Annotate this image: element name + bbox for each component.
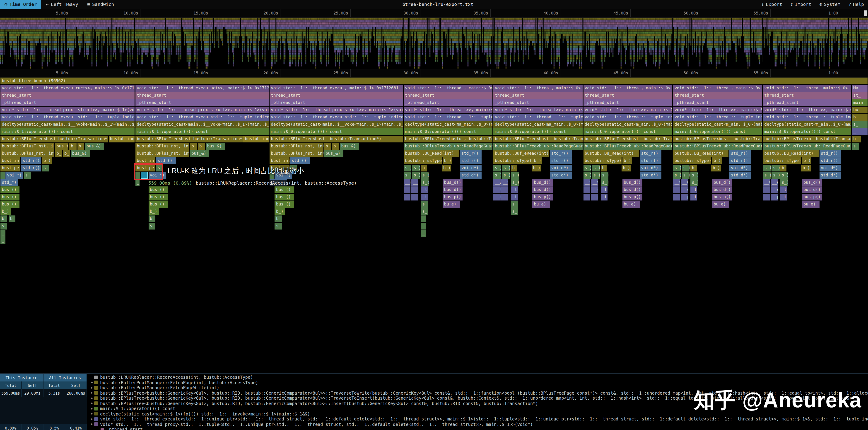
flame-frame[interactable]: void std::__1::__thread_execu_std::__1::…	[135, 114, 269, 121]
flame-frame[interactable]: _	[852, 128, 868, 135]
flame-frame[interactable]: s_)	[780, 179, 788, 186]
flame-frame[interactable]: void std::__1::__threa_, main::$_0>	[673, 85, 762, 92]
flame-frame[interactable]: b_	[77, 143, 84, 150]
flame-frame[interactable]: void std::__1::__threa_::__tuple_indices…	[763, 114, 851, 121]
flame-frame[interactable]: __t	[583, 194, 590, 200]
flame-frame[interactable]: bu_e)	[802, 201, 819, 208]
flame-frame[interactable]: std_r()	[21, 157, 41, 164]
flame-frame[interactable]: __w	[411, 179, 418, 186]
flame-frame[interactable]: b_	[148, 216, 155, 222]
flame-frame[interactable]: void std::__1::__thread_execu_ruct>>, ma…	[0, 85, 134, 92]
flame-frame[interactable]: bustub_ion*)	[108, 136, 134, 142]
flame-frame[interactable]: __w	[673, 179, 680, 186]
flame-frame[interactable]: _	[0, 172, 5, 179]
flame-frame[interactable]: bu_e)	[622, 201, 640, 208]
flame-frame[interactable]: void std::__1::__threa_::__tuple_indices…	[673, 114, 762, 121]
flame-frame[interactable]: _t	[511, 194, 518, 200]
flame-frame[interactable]: bus_()	[0, 201, 20, 208]
flame-frame[interactable]: __e	[771, 187, 778, 193]
flame-frame[interactable]: bustub-btree-bench (96962)	[0, 78, 868, 84]
flame-frame[interactable]: decltype(static_cast<ma_main::$_0>(main:…	[404, 121, 493, 128]
flame-frame[interactable]: bus_p()	[712, 194, 732, 200]
flame-frame[interactable]: b_)	[148, 208, 159, 215]
expand-arrow-icon[interactable]: ▶	[90, 391, 94, 395]
flame-frame[interactable]: __p	[771, 194, 778, 200]
flame-frame[interactable]: void std::__1::__thread_execu_uct>>, mai…	[135, 85, 269, 92]
flame-frame[interactable]: bus_d()	[532, 179, 553, 186]
flame-frame[interactable]: bus_&)	[190, 150, 209, 157]
flame-frame[interactable]: bustub::BPlus_nst, int>>>&)	[270, 150, 323, 157]
flame-frame[interactable]: void* std::__1::__thread_prox_struct>>, …	[135, 107, 269, 113]
flame-frame[interactable]: b_)	[712, 157, 722, 164]
flame-frame[interactable]: bustub::BPlusTree<bust_bustub::Transacti…	[135, 136, 243, 142]
export-button[interactable]: ↥ Export	[757, 0, 786, 9]
flame-frame[interactable]: s_)	[511, 172, 519, 179]
flame-frame[interactable]: b_	[332, 143, 339, 150]
flame-frame[interactable]: bus_d()	[712, 187, 732, 193]
flame-frame[interactable]: s_	[275, 223, 282, 230]
system-button[interactable]: ⊛ System	[815, 0, 844, 9]
flame-frame[interactable]: bustub::Bu_Read(int)	[763, 150, 818, 157]
tab-sandwich[interactable]: ≡ Sandwich	[83, 0, 119, 9]
flame-frame[interactable]: bustub::BPlus_nst, int>>>&)	[270, 143, 323, 150]
flame-frame[interactable]: thread_start	[0, 92, 134, 99]
flame-frame[interactable]: s_	[511, 201, 518, 208]
flame-frame[interactable]: _pthread_start	[135, 99, 269, 106]
flame-frame[interactable]: st_	[852, 92, 868, 99]
flame-frame[interactable]: __e	[681, 187, 688, 193]
flame-frame[interactable]: bus_d()	[532, 187, 553, 193]
flame-frame[interactable]: bustub::BPlusTree<bust_bustub::Transacti…	[0, 136, 107, 142]
help-button[interactable]: ? Help	[844, 0, 868, 9]
flame-frame[interactable]: void* std::__1::__thre_>>, main::$_0>(vo…	[673, 107, 762, 113]
flame-frame[interactable]: bus_()	[0, 194, 20, 200]
flame-frame[interactable]: bustub::BPlusTree<bust_ bustub::Transact…	[493, 136, 582, 142]
flame-frame[interactable]: bustub::BPlusTree<b_ bustub::Transaction…	[763, 136, 851, 142]
flame-frame[interactable]: main::$_0::operator()() const	[583, 128, 672, 135]
flame-frame[interactable]: std_r()	[640, 157, 661, 164]
flame-frame[interactable]: void* std::__1::__threa_t>>, main::$_0>(…	[493, 107, 582, 113]
flame-frame[interactable]: _	[421, 230, 426, 237]
flame-frame[interactable]: s_)	[690, 179, 698, 186]
flame-frame[interactable]: _t	[780, 187, 787, 193]
flame-frame[interactable]: b_	[780, 165, 786, 171]
flame-frame[interactable]: voi_d*)	[730, 165, 751, 171]
flame-frame[interactable]: bus_d()	[802, 179, 822, 186]
flame-frame[interactable]: __w	[681, 179, 688, 186]
flame-frame[interactable]: bustub::BPlus_nst, int>>>&)	[135, 150, 189, 157]
flame-frame[interactable]: bus_&)	[85, 143, 104, 150]
flame-frame[interactable]: bus_()	[148, 187, 167, 193]
flame-frame[interactable]: void* std::__1::__thread_prox__struct>>,…	[0, 107, 134, 113]
flame-frame[interactable]: bus_d()	[712, 179, 732, 186]
flame-frame[interactable]: b_)	[802, 157, 812, 164]
flame-frame[interactable]: std_()	[290, 157, 310, 164]
flame-frame[interactable]: bustub::_ssType)	[404, 157, 442, 164]
flame-frame[interactable]: _pthread_start	[673, 99, 762, 106]
expand-arrow-icon[interactable]: ▶	[90, 412, 94, 416]
flame-frame[interactable]: _t	[601, 194, 608, 200]
flame-frame[interactable]: voi_d*)	[460, 165, 482, 171]
flame-frame[interactable]: bus_d()	[443, 187, 463, 193]
flame-frame[interactable]: b_	[63, 150, 70, 157]
import-button[interactable]: ↧ Import	[786, 0, 815, 9]
flame-frame[interactable]: bus_d()	[622, 179, 642, 186]
flame-frame[interactable]: bus_&)	[324, 150, 343, 157]
flame-frame[interactable]: __e	[411, 187, 418, 193]
flame-frame[interactable]: s_	[0, 223, 7, 230]
flame-frame[interactable]: main::$_0::operator()() const	[493, 128, 582, 135]
flame-frame[interactable]: bus_t)	[55, 143, 68, 150]
minimap-canvas[interactable]	[0, 18, 868, 69]
flame-frame[interactable]: bus_d()	[802, 187, 822, 193]
flame-frame[interactable]: s_	[42, 165, 49, 171]
flame-frame[interactable]: std_r()	[640, 150, 661, 157]
flame-frame[interactable]: s_)	[682, 172, 689, 179]
flame-frame[interactable]: _t	[690, 187, 698, 193]
flame-frame[interactable]: bustub::BPlusTree<b_ub::ReadPageGuard&)	[404, 143, 493, 150]
flame-frame[interactable]: bust_pe)	[0, 165, 21, 171]
flame-frame[interactable]: _pthread_start	[0, 99, 134, 106]
flame-frame[interactable]: void std::__1::__thread_._1::__tuple_ind…	[404, 114, 493, 121]
flame-frame[interactable]: b_	[0, 216, 7, 222]
flame-frame[interactable]: s_)	[583, 165, 591, 171]
stack-frame-row[interactable]: ▶bustub::BufferPoolManager::FetchPage(in…	[90, 380, 868, 385]
flame-frame[interactable]: s_	[852, 121, 868, 128]
flame-frame[interactable]: thread_start	[763, 92, 851, 99]
